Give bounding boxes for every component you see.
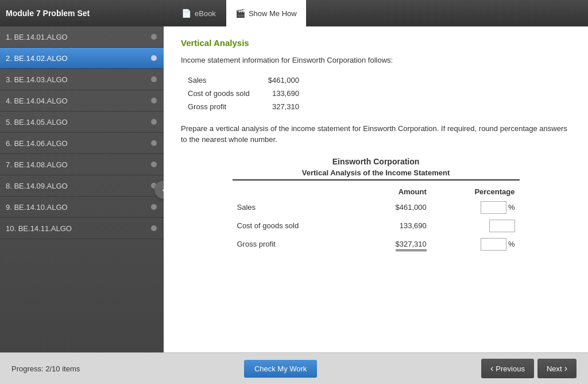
- income-data-row: Gross profit327,310: [188, 101, 299, 113]
- analysis-row: Gross profit$327,310%: [233, 235, 520, 254]
- company-name: Einsworth Corporation: [233, 157, 520, 166]
- sidebar-item-2[interactable]: 2. BE.14.02.ALGO: [0, 48, 164, 69]
- income-data-row: Cost of goods sold133,690: [188, 87, 299, 99]
- pct-symbol: %: [508, 240, 515, 248]
- pct-symbol: %: [508, 203, 515, 212]
- sidebar-item-dot: [151, 162, 157, 167]
- video-icon: 🎬: [235, 9, 245, 18]
- sidebar-item-7[interactable]: 7. BE.14.08.ALGO: [0, 154, 164, 175]
- sidebar-item-label: 10. BE.14.11.ALGO: [6, 224, 72, 233]
- pct-input-2[interactable]: [481, 238, 506, 251]
- analysis-row-pct-cell: %: [431, 235, 520, 254]
- col-pct-header: Percentage: [431, 185, 520, 198]
- prev-chevron-icon: ‹: [490, 363, 493, 374]
- income-value: 133,690: [268, 87, 299, 99]
- sidebar-item-6[interactable]: 6. BE.14.06.ALGO: [0, 133, 164, 154]
- ebook-icon: 📄: [181, 9, 191, 18]
- content-area: Vertical Analysis Income statement infor…: [164, 26, 588, 352]
- sidebar-item-5[interactable]: 5. BE.14.05.ALGO: [0, 112, 164, 133]
- income-label: Gross profit: [188, 101, 267, 113]
- sidebar-item-8[interactable]: 8. BE.14.09.ALGO: [0, 175, 164, 197]
- sidebar-item-label: 5. BE.14.05.ALGO: [6, 118, 68, 126]
- progress-text: Progress: 2/10 items: [11, 364, 80, 373]
- income-label: Cost of goods sold: [188, 87, 267, 99]
- tab-bar: 📄 eBook 🎬 Show Me How: [172, 0, 306, 26]
- tab-ebook-label: eBook: [195, 9, 216, 18]
- sidebar-item-dot: [151, 98, 157, 103]
- analysis-row-amount: $461,000: [359, 198, 431, 217]
- tab-showmehow[interactable]: 🎬 Show Me How: [226, 0, 306, 26]
- table-title: Vertical Analysis of the Income Statemen…: [233, 168, 520, 181]
- analysis-row: Sales$461,000%: [233, 198, 520, 217]
- next-label: Next: [547, 364, 562, 373]
- sidebar-item-dot: [151, 76, 157, 82]
- analysis-row-amount: $327,310: [359, 235, 431, 254]
- analysis-row-pct-cell: [431, 217, 520, 235]
- footer-left: Progress: 2/10 items: [11, 364, 80, 373]
- previous-label: Previous: [496, 364, 525, 373]
- col-label-header: [233, 185, 359, 198]
- check-my-work-button[interactable]: Check My Work: [244, 360, 318, 378]
- next-button[interactable]: Next ›: [537, 359, 577, 378]
- analysis-row: Cost of goods sold133,690: [233, 217, 520, 235]
- instructions-text: Prepare a vertical analysis of the incom…: [181, 123, 571, 145]
- analysis-table: Amount Percentage Sales$461,000%Cost of …: [233, 185, 520, 254]
- main-layout: 1. BE.14.01.ALGO2. BE.14.02.ALGO3. BE.14…: [0, 26, 588, 352]
- sidebar-item-dot: [151, 140, 157, 146]
- sidebar: 1. BE.14.01.ALGO2. BE.14.02.ALGO3. BE.14…: [0, 26, 164, 352]
- next-chevron-icon: ›: [564, 363, 567, 374]
- tab-ebook[interactable]: 📄 eBook: [172, 0, 225, 26]
- sidebar-item-4[interactable]: 4. BE.14.04.ALGO: [0, 90, 164, 112]
- sidebar-item-dot: [151, 204, 157, 210]
- sidebar-item-label: 3. BE.14.03.ALGO: [6, 75, 68, 84]
- analysis-row-pct-cell: %: [431, 198, 520, 217]
- income-value: $461,000: [268, 74, 299, 86]
- pct-input-1[interactable]: [489, 220, 515, 232]
- module-title: Module 7 Problem Set: [6, 9, 167, 18]
- sidebar-item-label: 2. BE.14.02.ALGO: [6, 54, 68, 63]
- sidebar-item-dot: [151, 225, 157, 231]
- sidebar-item-label: 9. BE.14.10.ALGO: [6, 203, 68, 212]
- income-value: 327,310: [268, 101, 299, 113]
- sidebar-item-9[interactable]: 9. BE.14.10.ALGO: [0, 197, 164, 218]
- analysis-section: Einsworth Corporation Vertical Analysis …: [233, 157, 520, 254]
- analysis-row-amount: 133,690: [359, 217, 431, 235]
- analysis-row-label: Gross profit: [233, 235, 359, 254]
- sidebar-item-label: 7. BE.14.08.ALGO: [6, 160, 68, 169]
- pct-input-0[interactable]: [481, 201, 506, 214]
- col-amount-header: Amount: [359, 185, 431, 198]
- sidebar-item-label: 4. BE.14.04.ALGO: [6, 97, 68, 105]
- analysis-row-label: Sales: [233, 198, 359, 217]
- income-data-row: Sales$461,000: [188, 74, 299, 86]
- income-data-table: Sales$461,000Cost of goods sold133,690Gr…: [187, 73, 300, 114]
- sidebar-item-3[interactable]: 3. BE.14.03.ALGO: [0, 69, 164, 90]
- sidebar-item-dot: [151, 34, 157, 40]
- sidebar-item-dot: [151, 119, 157, 125]
- section-title: Vertical Analysis: [181, 38, 571, 48]
- tab-showmehow-label: Show Me How: [249, 9, 297, 18]
- sidebar-item-label: 1. BE.14.01.ALGO: [6, 33, 68, 41]
- intro-text: Income statement information for Einswor…: [181, 55, 571, 66]
- footer: Progress: 2/10 items Check My Work ‹ Pre…: [0, 352, 588, 384]
- footer-nav: ‹ Previous Next ›: [481, 359, 577, 378]
- sidebar-item-label: 6. BE.14.06.ALGO: [6, 139, 68, 148]
- sidebar-item-label: 8. BE.14.09.ALGO: [6, 182, 68, 190]
- income-label: Sales: [188, 74, 267, 86]
- sidebar-item-10[interactable]: 10. BE.14.11.ALGO: [0, 218, 164, 239]
- previous-button[interactable]: ‹ Previous: [481, 359, 534, 378]
- sidebar-item-dot: [151, 55, 157, 61]
- sidebar-item-1[interactable]: 1. BE.14.01.ALGO: [0, 26, 164, 48]
- analysis-row-label: Cost of goods sold: [233, 217, 359, 235]
- header: Module 7 Problem Set 📄 eBook 🎬 Show Me H…: [0, 0, 588, 26]
